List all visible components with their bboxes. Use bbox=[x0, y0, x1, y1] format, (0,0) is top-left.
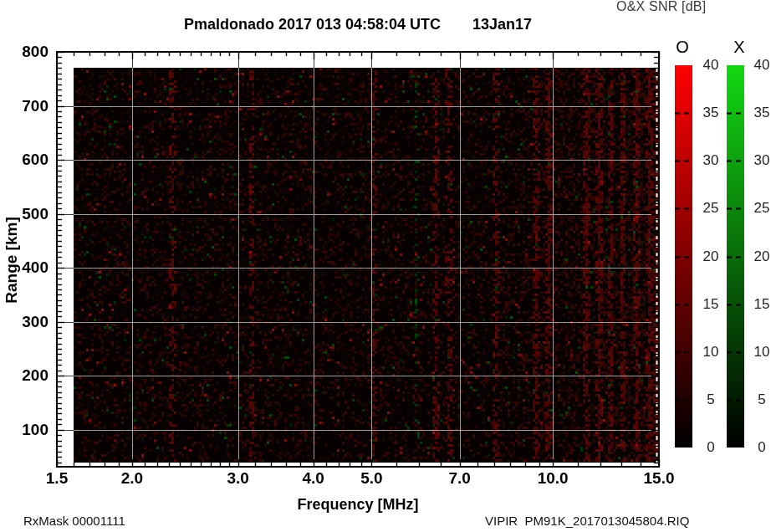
x-tick-label-15.0: 15.0 bbox=[634, 470, 684, 487]
x-colorbar-label: X bbox=[722, 38, 756, 57]
y-tick-label-500: 500 bbox=[7, 205, 49, 223]
y-tick-label-600: 600 bbox=[7, 151, 49, 169]
o-cbar-tick-label-20: 20 bbox=[692, 248, 729, 265]
x-cbar-tick-label-35: 35 bbox=[743, 105, 771, 121]
x-cbar-tick-label-40: 40 bbox=[743, 57, 771, 74]
rxmask-label: RxMask 00001111 bbox=[23, 514, 125, 528]
x-tick-label-4.0: 4.0 bbox=[288, 470, 339, 487]
x-tick-label-7.0: 7.0 bbox=[435, 470, 485, 487]
x-cbar-tick-label-0: 0 bbox=[743, 439, 771, 456]
x-cbar-tick-label-20: 20 bbox=[743, 248, 771, 265]
o-colorbar-label: O bbox=[666, 38, 699, 57]
y-tick-label-200: 200 bbox=[7, 366, 49, 385]
x-axis-label: Frequency [MHz] bbox=[57, 496, 659, 514]
y-tick-label-300: 300 bbox=[7, 313, 49, 331]
plot-date: 13Jan17 bbox=[472, 16, 532, 33]
x-cbar-tick-label-30: 30 bbox=[743, 152, 771, 169]
x-tick-label-10.0: 10.0 bbox=[528, 470, 578, 487]
filename-label: VIPIR PM91K_2017013045804.RIQ bbox=[485, 514, 689, 528]
o-cbar-tick-label-35: 35 bbox=[692, 105, 729, 121]
plot-title: Pmaldonado 2017 013 04:58:04 UTC bbox=[184, 16, 441, 33]
ionogram-viewer: O&X SNR [dB] Pmaldonado 2017 013 04:58:0… bbox=[0, 0, 771, 532]
ionogram-plot-canvas bbox=[0, 0, 771, 532]
title-row: Pmaldonado 2017 013 04:58:04 UTC 13Jan17 bbox=[57, 16, 659, 33]
o-cbar-tick-label-30: 30 bbox=[692, 152, 729, 169]
x-tick-label-1.5: 1.5 bbox=[32, 470, 82, 487]
o-cbar-tick-label-15: 15 bbox=[692, 296, 729, 313]
x-cbar-tick-label-15: 15 bbox=[743, 296, 771, 313]
x-tick-label-5.0: 5.0 bbox=[346, 470, 396, 487]
x-cbar-tick-label-10: 10 bbox=[743, 344, 771, 361]
o-cbar-tick-label-40: 40 bbox=[692, 57, 729, 74]
x-cbar-tick-label-25: 25 bbox=[743, 200, 771, 217]
x-cbar-tick-label-5: 5 bbox=[743, 391, 771, 408]
x-tick-label-3.0: 3.0 bbox=[213, 470, 263, 487]
o-cbar-tick-label-25: 25 bbox=[692, 200, 729, 217]
o-cbar-tick-label-0: 0 bbox=[692, 439, 729, 456]
x-tick-label-2.0: 2.0 bbox=[107, 470, 157, 487]
y-tick-label-800: 800 bbox=[7, 43, 49, 61]
y-tick-label-700: 700 bbox=[7, 97, 49, 115]
y-tick-label-400: 400 bbox=[7, 258, 49, 277]
snr-units-label: O&X SNR [dB] bbox=[616, 0, 706, 14]
y-tick-label-100: 100 bbox=[7, 421, 49, 439]
o-cbar-tick-label-5: 5 bbox=[692, 391, 729, 408]
o-cbar-tick-label-10: 10 bbox=[692, 344, 729, 361]
